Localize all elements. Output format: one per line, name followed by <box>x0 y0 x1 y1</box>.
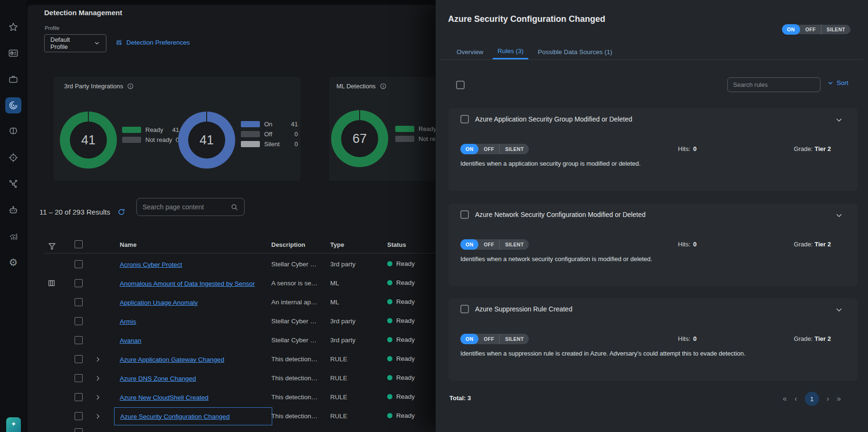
row-expand-chevron-icon[interactable] <box>95 375 101 382</box>
page-search-input[interactable] <box>143 203 230 211</box>
tab-possible-data-sources[interactable]: Possible Data Sources (1) <box>533 44 617 59</box>
rule-hits: Hits:0 <box>678 145 696 152</box>
status-dot <box>387 280 392 285</box>
detection-name-link[interactable]: Armis <box>120 318 136 325</box>
row-checkbox[interactable] <box>75 355 83 363</box>
rule-grade: Grade:Tier 2 <box>794 335 831 342</box>
status-badge: Ready <box>387 412 415 419</box>
rule-checkbox[interactable] <box>460 210 469 219</box>
sort-button[interactable]: Sort <box>827 79 849 86</box>
rule-checkbox[interactable] <box>460 115 469 123</box>
detection-name-link[interactable]: Avanan <box>120 337 142 344</box>
toggle-silent[interactable]: SILENT <box>500 144 529 154</box>
detail-drawer: Azure Security Configuration Changed ON … <box>436 0 868 432</box>
sidebar-item-automation[interactable] <box>5 202 21 218</box>
tab-overview[interactable]: Overview <box>452 44 488 59</box>
sidebar-item-cases[interactable] <box>5 71 21 87</box>
star-icon <box>8 22 19 32</box>
rules-select-all-checkbox[interactable] <box>456 81 465 89</box>
briefcase-icon <box>8 74 19 85</box>
sidebar-item-favorites[interactable] <box>5 19 21 35</box>
detection-name-link[interactable]: Azure Security Configuration Changed <box>120 413 229 420</box>
tab-rules[interactable]: Rules (3) <box>493 44 528 59</box>
ai-assistant-button[interactable]: ✦ <box>6 417 21 432</box>
column-header-name[interactable]: Name <box>120 241 136 248</box>
column-header-description[interactable]: Description <box>271 241 305 248</box>
toggle-on[interactable]: ON <box>460 239 478 250</box>
status-badge: Ready <box>387 279 415 286</box>
rule-checkbox[interactable] <box>460 305 469 313</box>
sidebar-item-settings[interactable]: ⚙ <box>5 254 21 270</box>
card-expand-chevron-icon[interactable] <box>835 116 843 124</box>
last-page-icon[interactable]: » <box>837 394 841 403</box>
prev-page-icon[interactable]: ‹ <box>794 394 797 403</box>
rules-total: Total: 3 <box>449 394 471 402</box>
toggle-silent[interactable]: SILENT <box>500 239 529 250</box>
drawer-status-toggle: ON OFF SILENT <box>782 25 850 34</box>
row-expand-chevron-icon[interactable] <box>95 413 101 420</box>
sparkles-icon: ✦ <box>11 420 17 428</box>
row-checkbox[interactable] <box>75 298 83 306</box>
page-number[interactable]: 1 <box>805 392 819 406</box>
status-badge: Ready <box>387 374 415 381</box>
row-checkbox[interactable] <box>75 428 83 432</box>
chevron-down-icon <box>94 40 100 47</box>
toggle-silent[interactable]: SILENT <box>500 334 529 344</box>
status-dot <box>387 318 392 323</box>
info-icon[interactable] <box>380 83 387 90</box>
toggle-on[interactable]: ON <box>460 334 478 344</box>
donut-legend: Ready41 Not ready0 <box>122 127 179 143</box>
info-icon[interactable] <box>127 83 134 90</box>
drawer-title: Azure Security Configuration Changed <box>448 14 605 24</box>
row-checkbox[interactable] <box>75 336 83 344</box>
row-checkbox[interactable] <box>75 393 83 401</box>
dashboard-icon <box>8 48 19 58</box>
toggle-off[interactable]: OFF <box>478 144 500 154</box>
toggle-off[interactable]: OFF <box>478 334 500 344</box>
select-all-checkbox[interactable] <box>75 240 83 248</box>
toggle-silent[interactable]: SILENT <box>821 24 850 35</box>
sidebar-item-hunting[interactable] <box>5 150 21 166</box>
card-expand-chevron-icon[interactable] <box>835 211 843 220</box>
detection-name-link[interactable]: Azure New CloudShell Created <box>120 394 209 401</box>
column-header-status[interactable]: Status <box>387 241 406 248</box>
next-page-icon[interactable]: › <box>827 394 829 403</box>
search-icon <box>230 203 238 211</box>
chevron-down-icon <box>827 80 834 86</box>
detection-name-link[interactable]: Acronis Cyber Protect <box>120 261 182 268</box>
row-expand-chevron-icon[interactable] <box>95 356 101 363</box>
detection-name-link[interactable]: Azure DNS Zone Changed <box>120 375 196 382</box>
target-icon <box>8 152 19 163</box>
sidebar-item-ml[interactable] <box>5 123 21 140</box>
toggle-off[interactable]: OFF <box>478 239 500 250</box>
detection-name-link[interactable]: Anomalous Amount of Data Ingested by Sen… <box>120 280 255 287</box>
status-dot <box>387 261 392 266</box>
toggle-on[interactable]: ON <box>460 144 478 154</box>
sidebar-item-reports[interactable] <box>5 228 21 244</box>
row-expand-chevron-icon[interactable] <box>95 394 101 401</box>
row-checkbox[interactable] <box>75 279 83 287</box>
rules-search-input[interactable] <box>733 81 817 88</box>
first-page-icon[interactable]: « <box>783 394 787 403</box>
detection-preferences-link[interactable]: Detection Preferences <box>115 39 190 46</box>
refresh-icon[interactable] <box>117 208 125 216</box>
status-badge: Ready <box>387 355 415 362</box>
detection-name-link[interactable]: Azure Application Gateway Changed <box>120 356 224 363</box>
selected-name-cell[interactable]: Azure Security Configuration Changed <box>114 407 272 425</box>
row-checkbox[interactable] <box>75 317 83 325</box>
sidebar-item-detections[interactable] <box>5 97 21 113</box>
card-expand-chevron-icon[interactable] <box>835 306 843 314</box>
status-badge: Ready <box>387 317 415 324</box>
toggle-on[interactable]: ON <box>782 24 800 35</box>
row-checkbox[interactable] <box>75 412 83 420</box>
row-checkbox[interactable] <box>75 374 83 382</box>
row-checkbox[interactable] <box>75 260 83 268</box>
detection-name-link[interactable]: Application Usage Anomaly <box>120 299 198 306</box>
status-badge: Ready <box>387 298 415 305</box>
sidebar-item-connections[interactable] <box>5 176 21 192</box>
column-header-type[interactable]: Type <box>330 241 344 248</box>
toggle-off[interactable]: OFF <box>800 24 821 35</box>
rule-card: Azure Application Security Group Modifie… <box>448 108 858 191</box>
sidebar-item-dashboards[interactable] <box>5 45 21 61</box>
profile-dropdown[interactable]: Default Profile <box>44 34 106 52</box>
